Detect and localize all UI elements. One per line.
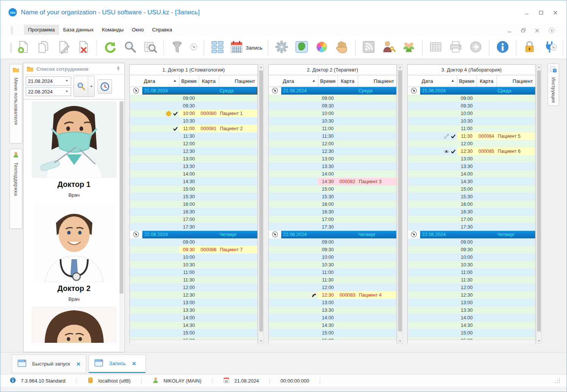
table-button[interactable] [427,39,444,56]
time-slot-row[interactable]: 10:30 [408,261,535,269]
copy-document-button[interactable] [35,39,51,56]
time-slot-row[interactable]: 11:30 [130,276,257,284]
tab-close-icon[interactable]: ✕ [76,361,81,367]
time-slot-row[interactable]: 16:30 [269,208,396,216]
column-header-time[interactable]: Время [318,75,338,87]
time-slot-row[interactable]: 09:00 [408,238,535,246]
time-slot-row[interactable]: 14:00 [130,314,257,322]
jump-circle-icon[interactable] [272,231,278,239]
time-slot-row[interactable]: 10:30 [130,261,257,269]
time-slot-row[interactable]: 11:30 [269,276,396,284]
time-slot-row[interactable]: 16:00 [130,201,257,208]
column-scrollbar[interactable] [259,64,264,344]
menu-item[interactable]: База данных [59,25,98,35]
time-slot-row[interactable]: 09:00 [269,238,396,246]
time-slot-row[interactable]: 11:00000081Пациент 2 [130,125,257,132]
time-slot-row[interactable]: 13:00 [408,299,535,306]
time-slot-row[interactable]: 11:30 [269,132,396,140]
date-row[interactable]: 22.08.2024Четверг [130,231,257,238]
employee-card[interactable]: Доктор 2Врач [23,202,125,302]
column-header-card[interactable]: Карта [338,75,358,87]
time-slot-row[interactable]: 16:00 [269,201,396,208]
time-slot-row[interactable]: 10:00 [408,110,535,117]
employee-scrollbar[interactable] [119,101,124,351]
time-slot-row[interactable]: 15:30 [269,337,396,340]
time-slot-row[interactable]: 15:00 [408,185,535,193]
time-slot-row[interactable]: 10:30 [269,261,396,269]
time-slot-row[interactable]: 10:30 [269,117,396,125]
mdi-close-button[interactable] [534,28,540,35]
time-slot-row[interactable]: 14:00 [408,314,535,322]
jump-circle-icon[interactable] [133,87,139,95]
resize-grip[interactable] [555,378,561,385]
time-slot-row[interactable]: 09:30 [408,102,535,110]
jump-circle-icon[interactable] [133,231,139,239]
printer-button[interactable] [447,39,464,56]
scrollbar-thumb[interactable] [259,70,263,331]
time-slot-row[interactable]: 13:30 [408,163,535,170]
time-slot-row[interactable]: 10:00 [269,254,396,261]
time-slot-row[interactable]: 17:00 [269,216,396,223]
time-slot-row[interactable]: 11:00 [408,125,535,132]
delete-document-button[interactable] [75,39,92,56]
forward-arrow-button[interactable] [467,39,484,56]
add-document-button[interactable] [15,39,31,56]
calendar-button[interactable]: Запись [229,39,263,56]
column-header-time[interactable]: Время [457,75,477,87]
mdi-chevron-circle-button[interactable] [548,27,555,36]
menu-item[interactable]: Окно [128,25,148,35]
toolbar-drag-handle[interactable] [10,43,12,53]
time-slot-row[interactable]: 13:30 [269,163,396,170]
time-slot-row[interactable]: 17:30 [408,223,535,231]
time-slot-row[interactable]: 15:00 [269,329,396,337]
menu-programma[interactable]: Программа [24,25,59,35]
column-header-patient[interactable]: Пациент [219,75,255,87]
time-slot-row[interactable]: 16:30 [408,208,535,216]
column-header-time[interactable]: Время [179,75,199,87]
scroll-up-icon[interactable] [259,65,263,70]
scroll-up-icon[interactable] [537,65,541,70]
time-slot-row[interactable]: 11:30000084Пациент 5 [408,132,535,140]
time-slot-row[interactable]: 14:30 [408,322,535,329]
tab-instruction[interactable]: ? Инструкция [548,64,559,106]
employee-search-button[interactable] [73,76,95,97]
filter-button[interactable] [169,39,185,56]
time-slot-row[interactable]: 15:30 [130,193,257,201]
minimize-button[interactable] [523,9,530,16]
time-slot-row[interactable]: 15:00 [130,185,257,193]
time-slot-row[interactable]: 12:00 [408,284,535,291]
sidebar-tab-support[interactable]: Техподдержка [9,149,22,229]
time-slot-row[interactable]: 14:30 [130,178,257,185]
time-slot-row[interactable]: 09:00 [130,95,257,102]
lock-button[interactable] [521,39,538,56]
time-slot-row[interactable]: 14:30 [130,322,257,329]
time-slot-row[interactable]: 15:00 [408,329,535,337]
time-slot-row[interactable]: 17:00 [408,216,535,223]
time-slot-row[interactable]: 15:30 [269,193,396,201]
employee-card[interactable]: Доктор 1Врач [23,101,125,198]
time-slot-row[interactable]: 10:30 [408,117,535,125]
time-slot-row[interactable]: 14:00 [269,170,396,178]
time-slot-row[interactable]: 10:30 [130,117,257,125]
time-slot-row[interactable]: 12:00 [408,140,535,148]
time-slot-row[interactable]: 15:00 [130,329,257,337]
scroll-down-icon[interactable] [537,338,541,343]
time-slot-row[interactable]: 13:00 [408,155,535,163]
schedule-clock-button[interactable] [98,79,112,94]
column-scrollbar[interactable] [397,64,403,344]
search-report-button[interactable] [142,39,159,56]
time-slot-row[interactable]: 12:00 [269,140,396,148]
time-slot-row[interactable]: 09:00 [269,95,396,102]
jump-circle-icon[interactable] [411,87,417,95]
time-slot-row[interactable]: 10:00 [130,254,257,261]
column-header-date[interactable]: Дата [144,75,177,87]
time-slot-row[interactable]: 09:30000086Пациент 7 [130,246,257,254]
time-slot-row[interactable]: 10:00000080Пациент 1 [130,110,257,117]
date-to-select[interactable]: 22.08.2024 [26,87,71,96]
time-slot-row[interactable]: 13:00 [269,155,396,163]
scroll-up-icon[interactable] [398,65,402,70]
time-slot-row[interactable]: 13:00 [130,155,257,163]
refresh-button[interactable] [102,39,118,56]
pin-icon[interactable] [115,66,121,73]
time-slot-row[interactable]: 12:30000083Пациент 4 [269,291,396,299]
